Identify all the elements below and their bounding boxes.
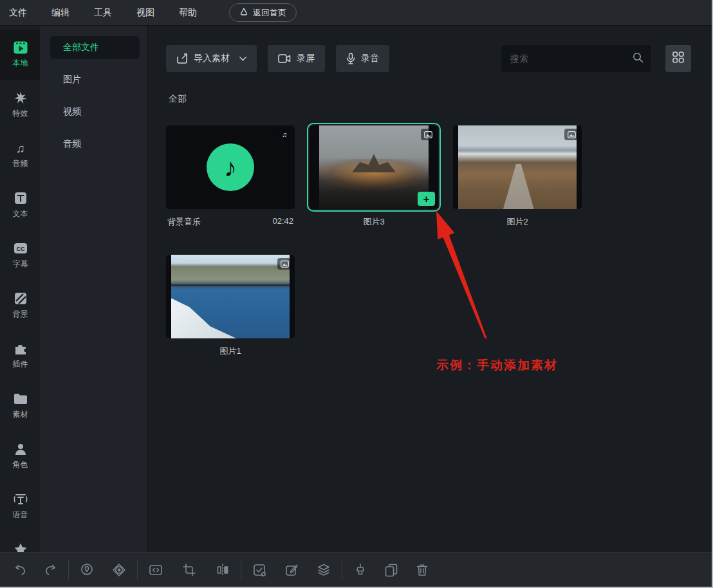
toolbar-separator — [137, 560, 138, 580]
picture3-preview — [319, 125, 429, 209]
layers-button[interactable] — [315, 561, 333, 579]
home-icon — [239, 7, 248, 18]
sidebar-item-label: 素材 — [13, 409, 28, 420]
snap-button[interactable] — [78, 561, 96, 579]
file-filter-videos[interactable]: 视频 — [50, 100, 140, 124]
microphone-icon — [346, 53, 355, 64]
media-name: 图片1 — [167, 345, 293, 357]
media-card-picture2[interactable]: 图片2 — [453, 125, 582, 228]
import-media-button[interactable]: 导入素材 — [166, 45, 257, 72]
checkbox-button[interactable] — [250, 561, 268, 579]
image-icon — [277, 258, 292, 270]
file-filter-audio[interactable]: 音频 — [50, 133, 140, 156]
image-thumbnail[interactable] — [166, 255, 295, 338]
voice-icon — [14, 492, 28, 506]
locate-button[interactable] — [110, 561, 128, 579]
redo-button[interactable] — [41, 561, 59, 579]
sidebar-item-character[interactable]: 角色 — [0, 431, 41, 481]
code-view-button[interactable] — [147, 561, 165, 579]
back-to-home-label: 返回首页 — [253, 7, 286, 19]
add-to-timeline-button[interactable]: + — [418, 192, 435, 206]
sidebar-item-label: 字幕 — [13, 259, 28, 270]
star-icon — [14, 542, 28, 552]
file-filter-all-files[interactable]: 全部文件 — [50, 36, 140, 59]
file-filter-pictures[interactable]: 图片 — [50, 68, 140, 91]
sidebar-item-favorites[interactable] — [0, 531, 41, 552]
search-box — [501, 45, 651, 72]
media-duration: 02:42 — [272, 216, 293, 228]
audio-thumbnail[interactable]: ♪ ♫ — [166, 125, 295, 209]
sidebar-item-plugins[interactable]: 插件 — [0, 331, 41, 381]
timeline-toolbar — [0, 552, 713, 587]
media-card-picture3[interactable]: + 图片3 — [310, 125, 438, 228]
file-type-panel: 全部文件 图片 视频 音频 — [41, 26, 148, 552]
character-icon — [14, 442, 28, 456]
media-card-bgm[interactable]: ♪ ♫ 背景音乐 02:42 — [166, 125, 295, 228]
menu-view[interactable]: 视图 — [136, 7, 154, 19]
plugins-icon — [14, 342, 28, 356]
record-audio-label: 录音 — [361, 53, 379, 64]
sidebar-item-text[interactable]: 文本 — [0, 180, 41, 230]
sidebar-item-local[interactable]: 本地 — [0, 30, 41, 80]
grid-view-button[interactable] — [665, 45, 691, 72]
media-library-panel: 导入素材 录屏 录音 — [149, 26, 713, 552]
import-icon — [176, 53, 188, 64]
menu-help[interactable]: 帮助 — [179, 7, 197, 19]
image-thumbnail[interactable] — [453, 125, 582, 209]
tutorial-annotation-text: 示例：手动添加素材 — [436, 357, 558, 374]
toolbar-separator — [68, 560, 69, 580]
sidebar-item-label: 背景 — [13, 309, 28, 320]
background-icon — [14, 291, 28, 306]
media-name: 图片2 — [454, 216, 580, 228]
text-icon — [14, 191, 28, 205]
record-screen-label: 录屏 — [297, 53, 315, 64]
sidebar-item-voice[interactable]: 语音 — [0, 481, 41, 531]
sidebar-item-effects[interactable]: 特效 — [0, 80, 41, 130]
record-audio-button[interactable]: 录音 — [336, 45, 389, 72]
mirror-button[interactable] — [214, 561, 232, 579]
copy-button[interactable] — [382, 561, 400, 579]
menu-edit[interactable]: 编辑 — [51, 7, 69, 19]
sidebar-item-audio[interactable]: ♫ 音频 — [0, 130, 41, 180]
crop-button[interactable] — [180, 561, 198, 579]
local-media-icon — [14, 41, 28, 55]
section-label-all[interactable]: 全部 — [169, 93, 187, 105]
image-icon — [421, 129, 435, 140]
sidebar-item-assets[interactable]: 素材 — [0, 381, 41, 431]
picture1-preview — [171, 255, 290, 338]
menu-tools[interactable]: 工具 — [94, 7, 112, 19]
record-screen-button[interactable]: 录屏 — [268, 45, 325, 72]
search-icon[interactable] — [633, 52, 644, 66]
effects-icon — [14, 91, 28, 105]
image-thumbnail-selected[interactable]: + — [310, 125, 438, 209]
sidebar-item-label: 语音 — [13, 510, 28, 520]
picture2-preview — [458, 125, 577, 209]
back-to-home-button[interactable]: 返回首页 — [229, 3, 297, 22]
media-name: 图片3 — [311, 216, 437, 228]
grid-view-icon — [672, 51, 684, 66]
edit-button[interactable] — [282, 561, 301, 579]
primary-sidebar: 本地 特效 ♫ 音频 文本 CC 字幕 背景 — [0, 26, 41, 552]
menu-file[interactable]: 文件 — [9, 7, 27, 19]
undo-button[interactable] — [12, 561, 30, 579]
toolbar-separator — [342, 560, 342, 580]
assets-icon — [14, 392, 28, 406]
svg-text:CC: CC — [16, 246, 24, 252]
action-buttons: 导入素材 录屏 录音 — [166, 45, 389, 72]
toolbar-separator — [241, 560, 241, 580]
brush-button[interactable] — [351, 561, 369, 579]
sidebar-item-label: 音频 — [13, 158, 28, 169]
import-media-label: 导入素材 — [194, 53, 230, 64]
media-card-picture1[interactable]: 图片1 — [166, 255, 295, 357]
sidebar-item-subtitles[interactable]: CC 字幕 — [0, 230, 41, 280]
chevron-down-icon[interactable] — [239, 57, 246, 61]
sidebar-item-background[interactable]: 背景 — [0, 280, 41, 331]
music-disc-icon: ♪ — [207, 143, 254, 191]
search-input[interactable] — [510, 53, 633, 64]
sidebar-item-label: 插件 — [13, 359, 28, 370]
delete-button[interactable] — [413, 561, 431, 579]
sidebar-item-label: 角色 — [13, 459, 28, 470]
menu-bar: 文件 编辑 工具 视图 帮助 返回首页 — [0, 0, 713, 26]
sidebar-item-label: 文本 — [13, 208, 28, 219]
sidebar-item-label: 特效 — [13, 108, 28, 119]
